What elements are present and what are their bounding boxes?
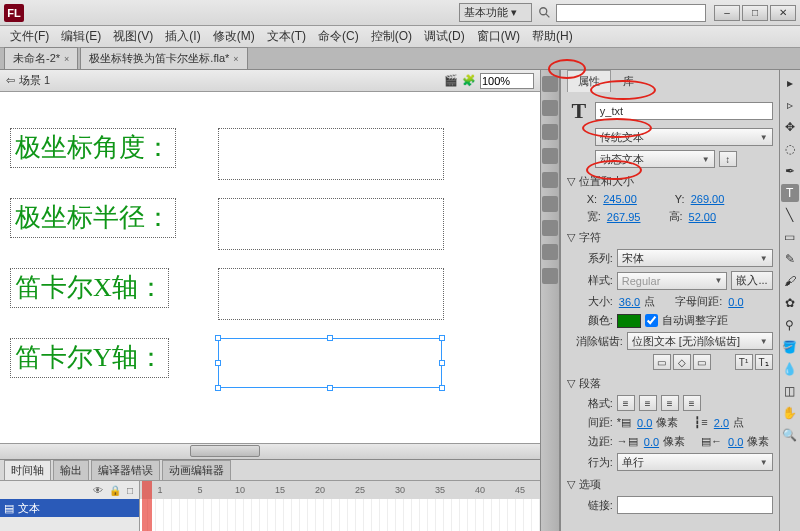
menu-file[interactable]: 文件(F) (6, 26, 53, 47)
letter-spacing[interactable]: 0.0 (728, 296, 743, 308)
tab-output[interactable]: 输出 (53, 460, 89, 480)
menu-help[interactable]: 帮助(H) (528, 26, 577, 47)
close-icon[interactable]: × (233, 54, 238, 64)
text-type-combo[interactable]: 传统文本▼ (595, 128, 773, 146)
dock-icon[interactable] (542, 148, 558, 164)
zoom-combo[interactable] (480, 73, 534, 89)
autokern-checkbox[interactable] (645, 314, 658, 327)
pen-tool[interactable]: ✒ (781, 162, 799, 180)
menu-commands[interactable]: 命令(C) (314, 26, 363, 47)
close-icon[interactable]: × (64, 54, 69, 64)
dock-icon[interactable] (542, 220, 558, 236)
symbol-icon[interactable]: 🧩 (462, 74, 476, 87)
w-value[interactable]: 267.95 (607, 211, 641, 223)
subselection-tool[interactable]: ▹ (781, 96, 799, 114)
font-size[interactable]: 36.0 (619, 296, 640, 308)
dock-icon[interactable] (542, 244, 558, 260)
scene-icon[interactable]: 🎬 (444, 74, 458, 87)
timeline-frames[interactable]: 151015202530354045 (140, 481, 540, 531)
selection-handle[interactable] (439, 335, 445, 341)
superscript-button[interactable]: T¹ (735, 354, 753, 370)
selection-handle[interactable] (439, 385, 445, 391)
border-button[interactable]: ▭ (693, 354, 711, 370)
align-left-button[interactable]: ≡ (617, 395, 635, 411)
margin-left[interactable]: 0.0 (644, 436, 659, 448)
tab-timeline[interactable]: 时间轴 (4, 460, 51, 480)
doc-tab[interactable]: 极坐标转换为笛卡尔坐标.fla*× (80, 47, 247, 69)
scrollbar-horizontal[interactable] (0, 443, 540, 459)
line-spacing[interactable]: 2.0 (714, 417, 729, 429)
menu-debug[interactable]: 调试(D) (420, 26, 469, 47)
orientation-button[interactable]: ↕ (719, 151, 737, 167)
scene-name[interactable]: 场景 1 (19, 73, 50, 88)
lasso-tool[interactable]: ◌ (781, 140, 799, 158)
playhead[interactable] (142, 481, 152, 531)
menu-window[interactable]: 窗口(W) (473, 26, 524, 47)
eye-icon[interactable]: 👁 (93, 485, 103, 496)
zoom-tool[interactable]: 🔍 (781, 426, 799, 444)
selection-tool[interactable]: ▸ (781, 74, 799, 92)
selection-handle[interactable] (215, 335, 221, 341)
text-label[interactable]: 笛卡尔X轴： (10, 268, 169, 308)
dock-icon[interactable] (542, 268, 558, 284)
selection-handle[interactable] (327, 335, 333, 341)
tab-motion-editor[interactable]: 动画编辑器 (162, 460, 231, 480)
selection-handle[interactable] (215, 360, 221, 366)
lock-icon[interactable]: 🔒 (109, 485, 121, 496)
dock-icon[interactable] (542, 172, 558, 188)
close-button[interactable]: ✕ (770, 5, 796, 21)
paint-bucket-tool[interactable]: 🪣 (781, 338, 799, 356)
tab-properties[interactable]: 属性 (567, 70, 611, 92)
rectangle-tool[interactable]: ▭ (781, 228, 799, 246)
text-label[interactable]: 笛卡尔Y轴： (10, 338, 169, 378)
maximize-button[interactable]: □ (742, 5, 768, 21)
selection-handle[interactable] (327, 385, 333, 391)
embed-button[interactable]: 嵌入... (731, 271, 772, 290)
text-field[interactable] (218, 268, 444, 320)
text-field[interactable] (218, 198, 444, 250)
html-button[interactable]: ◇ (673, 354, 691, 370)
pencil-tool[interactable]: ✎ (781, 250, 799, 268)
align-justify-button[interactable]: ≡ (683, 395, 701, 411)
subscript-button[interactable]: T₁ (755, 354, 773, 370)
menu-modify[interactable]: 修改(M) (209, 26, 259, 47)
menu-control[interactable]: 控制(O) (367, 26, 416, 47)
back-icon[interactable]: ⇦ (6, 74, 15, 87)
y-value[interactable]: 269.00 (691, 193, 725, 205)
eyedropper-tool[interactable]: 💧 (781, 360, 799, 378)
align-center-button[interactable]: ≡ (639, 395, 657, 411)
antialias-combo[interactable]: 位图文本 [无消除锯齿]▼ (627, 332, 773, 350)
selection-handle[interactable] (215, 385, 221, 391)
h-value[interactable]: 52.00 (689, 211, 717, 223)
text-tool[interactable]: T (781, 184, 799, 202)
eraser-tool[interactable]: ◫ (781, 382, 799, 400)
dock-icon[interactable] (542, 76, 558, 92)
dock-icon[interactable] (542, 196, 558, 212)
font-family-combo[interactable]: 宋体▼ (617, 249, 773, 267)
deco-tool[interactable]: ✿ (781, 294, 799, 312)
layer-row[interactable]: ▤文本 (0, 499, 139, 517)
section-paragraph[interactable]: ▽ 段落 (567, 376, 773, 391)
line-tool[interactable]: ╲ (781, 206, 799, 224)
tab-compiler-errors[interactable]: 编译器错误 (91, 460, 160, 480)
menu-insert[interactable]: 插入(I) (161, 26, 204, 47)
bone-tool[interactable]: ⚲ (781, 316, 799, 334)
menu-view[interactable]: 视图(V) (109, 26, 157, 47)
x-value[interactable]: 245.00 (603, 193, 637, 205)
stage[interactable]: 极坐标角度：极坐标半径：笛卡尔X轴：笛卡尔Y轴： (0, 92, 540, 443)
align-right-button[interactable]: ≡ (661, 395, 679, 411)
text-label[interactable]: 极坐标角度： (10, 128, 176, 168)
text-subtype-combo[interactable]: 动态文本▼ (595, 150, 715, 168)
tab-library[interactable]: 库 (613, 71, 644, 92)
brush-tool[interactable]: 🖌 (781, 272, 799, 290)
link-input[interactable] (617, 496, 773, 514)
dock-icon[interactable] (542, 124, 558, 140)
margin-right[interactable]: 0.0 (728, 436, 743, 448)
free-transform-tool[interactable]: ✥ (781, 118, 799, 136)
section-character[interactable]: ▽ 字符 (567, 230, 773, 245)
instance-name-input[interactable]: y_txt (595, 102, 773, 120)
selected-text-field[interactable] (218, 338, 442, 388)
workspace-switcher[interactable]: 基本功能 ▾ (459, 3, 532, 22)
selectable-button[interactable]: ▭ (653, 354, 671, 370)
doc-tab[interactable]: 未命名-2*× (4, 47, 78, 69)
